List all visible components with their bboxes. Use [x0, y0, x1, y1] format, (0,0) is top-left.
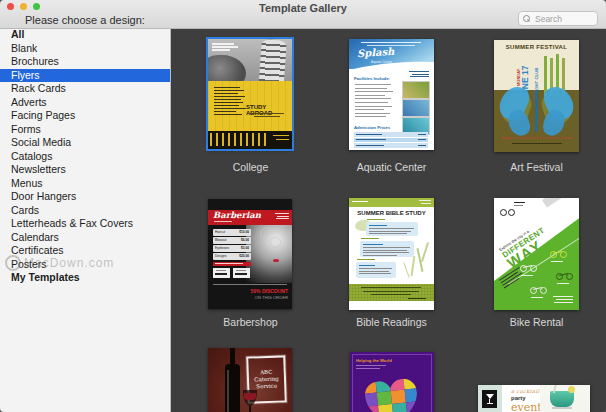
- sidebar-item-rack-cards[interactable]: Rack Cards: [0, 82, 170, 96]
- template-label-barbershop: Barbershop: [208, 316, 293, 328]
- wine: [244, 393, 256, 400]
- cocktail-drink: [550, 391, 574, 407]
- sidebar-item-forms[interactable]: Forms: [0, 123, 170, 137]
- text-line: [355, 95, 385, 96]
- text-line: [363, 252, 409, 253]
- sidebar-item-letterheads[interactable]: Letterheads & Fax Covers: [0, 217, 170, 231]
- sidebar-item-newsletters[interactable]: Newsletters: [0, 163, 170, 177]
- text-line: [512, 143, 562, 144]
- bike-wheel-icon: [530, 287, 537, 294]
- text-line: [355, 106, 392, 107]
- reading-box: [360, 241, 414, 257]
- template-thumbnail-art-festival[interactable]: SUMMER FESTIVAL MONDAY JUNE 17 MIDNIGHT …: [494, 40, 579, 152]
- service-name: Eyebrows: [215, 246, 229, 250]
- text-line: [359, 268, 392, 269]
- text-line: [277, 216, 289, 217]
- sidebar-item-all[interactable]: All: [0, 28, 170, 42]
- text-line: [369, 225, 387, 227]
- reading-box: [356, 262, 396, 278]
- wine-glass-stem: [249, 406, 251, 412]
- sidebar-item-catalogs[interactable]: Catalogs: [0, 150, 170, 164]
- text-line: [250, 113, 284, 114]
- bike-wheel-icon: [540, 287, 547, 294]
- sidebar-item-certificates[interactable]: Certificates: [0, 244, 170, 258]
- charity-title: Helping the World: [356, 358, 392, 363]
- text-line: [214, 93, 238, 94]
- text-line: [214, 111, 236, 112]
- cocktail-line1: a cocktail: [511, 388, 539, 394]
- text-line: [355, 84, 391, 85]
- sidebar-item-menus[interactable]: Menus: [0, 177, 170, 191]
- sidebar-item-blank[interactable]: Blank: [0, 42, 170, 56]
- bike-wheel-icon: [500, 209, 507, 216]
- service-name: Haircut: [215, 230, 225, 234]
- template-label-aquatic-center: Aquatic Center: [349, 161, 434, 173]
- text-line: [531, 297, 543, 298]
- text-line: [356, 134, 382, 135]
- text-line: [408, 298, 426, 300]
- college-title: STUDY ABROAD: [246, 104, 290, 116]
- text-line: [235, 273, 247, 275]
- sidebar-item-brochures[interactable]: Brochures: [0, 55, 170, 69]
- text-line: [514, 205, 523, 206]
- text-line: [212, 46, 238, 48]
- window-title: Template Gallery: [0, 2, 606, 14]
- text-line: [363, 255, 397, 256]
- text-line: [212, 49, 230, 51]
- catering-frame-text: ABC Catering Service: [252, 368, 281, 390]
- text-line: [361, 287, 421, 288]
- aquatic-facilities-heading: Facilities Include:: [354, 76, 390, 81]
- barbershop-red-band: Barberian: [208, 210, 292, 225]
- pool-photo-1: [402, 81, 430, 99]
- hours-box: [233, 268, 250, 278]
- template-thumbnail-bible-readings[interactable]: SUMMER BIBLE STUDY: [349, 198, 434, 310]
- text-line: [355, 109, 384, 110]
- sidebar-item-adverts[interactable]: Adverts: [0, 96, 170, 110]
- cocktail-logo: [482, 390, 497, 408]
- text-line: [418, 139, 426, 140]
- text-line: [355, 98, 391, 99]
- art-title: SUMMER FESTIVAL: [494, 44, 579, 50]
- sidebar-item-my-templates[interactable]: My Templates: [0, 271, 170, 285]
- sidebar-item-door-hangers[interactable]: Door Hangers: [0, 190, 170, 204]
- text-line: [214, 108, 246, 109]
- search-field[interactable]: [518, 11, 598, 26]
- text-line: [355, 91, 393, 92]
- text-line: [409, 71, 429, 72]
- wine-bottle: [225, 364, 240, 412]
- grass-stroke: [403, 262, 410, 278]
- sidebar-item-cards[interactable]: Cards: [0, 204, 170, 218]
- text-line: [215, 273, 227, 275]
- service-price: $6.00: [241, 238, 249, 242]
- text-line: [363, 250, 407, 251]
- special-hours-bar: [213, 262, 251, 266]
- text-line: [214, 102, 243, 103]
- bible-bottom-band: [349, 284, 434, 301]
- template-thumbnail-bike-rental[interactable]: Explore the city in a DIFFERENT WAY: [494, 198, 579, 310]
- grass-stroke: [411, 256, 415, 276]
- text-line: [363, 291, 419, 292]
- sidebar-item-social-media[interactable]: Social Media: [0, 136, 170, 150]
- college-bottom-band: [208, 131, 292, 149]
- sidebar-item-posters[interactable]: Posters: [0, 258, 170, 272]
- text-line: [276, 139, 289, 140]
- template-thumbnail-barbershop[interactable]: Barberian Haircut $10.00 Blowout $6.00 E…: [208, 199, 292, 309]
- text-line: [418, 134, 426, 135]
- template-thumbnail-charity[interactable]: Helping the World: [350, 352, 434, 412]
- sidebar-item-facing-pages[interactable]: Facing Pages: [0, 109, 170, 123]
- sidebar-item-flyers[interactable]: Flyers: [0, 69, 170, 83]
- template-thumbnail-catering[interactable]: ABC Catering Service: [208, 348, 292, 412]
- text-line: [557, 283, 569, 284]
- bike-wheel-icon: [508, 209, 515, 216]
- template-label-bible-readings: Bible Readings: [349, 316, 434, 328]
- bike-illustration: [520, 264, 537, 272]
- search-input[interactable]: [533, 13, 593, 25]
- template-thumbnail-college[interactable]: STUDY ABROAD: [208, 39, 292, 149]
- service-row: Haircut $10.00: [213, 229, 251, 236]
- template-thumbnail-cocktail[interactable]: a cocktail party event: [478, 385, 590, 412]
- text-line: [254, 116, 280, 117]
- template-thumbnail-aquatic-center[interactable]: Splash Aquatic Center Facilities Include…: [349, 39, 434, 150]
- sidebar-item-calendars[interactable]: Calendars: [0, 231, 170, 245]
- text-line: [214, 114, 242, 115]
- college-yellow-band: STUDY ABROAD: [208, 81, 292, 131]
